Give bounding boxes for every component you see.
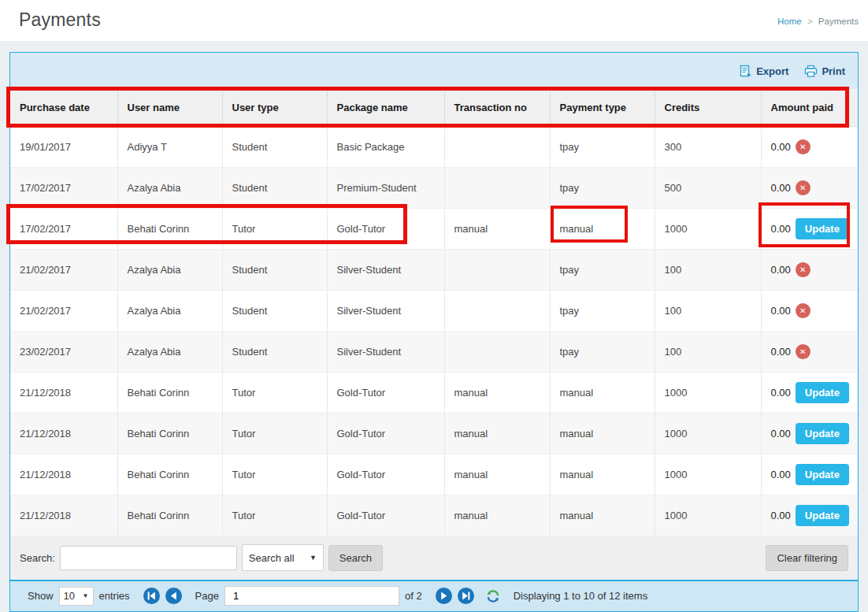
cell-transaction-no (444, 249, 550, 290)
next-page-button[interactable] (436, 588, 452, 604)
cell-payment-type: manual (550, 413, 655, 454)
cell-user-name: Azalya Abia (117, 167, 222, 208)
cell-credits: 100 (655, 290, 761, 331)
table-row: 23/02/2017 Azalya Abia Student Silver-St… (10, 331, 858, 372)
cell-credits: 1000 (655, 208, 761, 249)
chevron-down-icon: ▼ (310, 554, 317, 562)
page-label: Page (195, 590, 219, 602)
cell-credits: 100 (655, 249, 761, 290)
cell-credits: 300 (655, 126, 761, 167)
search-label: Search: (20, 552, 55, 564)
export-icon (739, 65, 752, 78)
cell-purchase-date: 21/02/2017 (10, 249, 117, 290)
previous-page-icon (165, 588, 182, 604)
cell-transaction-no: manual (444, 495, 550, 536)
cell-credits: 1000 (655, 454, 761, 495)
cell-user-type: Tutor (222, 413, 327, 454)
search-field-select[interactable]: Search all ▼ (242, 544, 324, 571)
col-user-name: User name (117, 89, 222, 126)
cell-user-name: Azalya Abia (117, 290, 222, 331)
cell-user-name: Behati Corinn (117, 208, 222, 249)
update-button[interactable]: Update (796, 464, 849, 485)
failed-payment-icon[interactable]: ✕ (796, 180, 811, 195)
page-size-value: 10 (64, 590, 75, 602)
cell-package-name: Silver-Student (327, 290, 444, 331)
failed-payment-icon[interactable]: ✕ (796, 344, 811, 359)
print-label: Print (822, 65, 845, 77)
search-field-select-value: Search all (249, 552, 295, 564)
cell-transaction-no: manual (444, 454, 550, 495)
table-row: 21/02/2017 Azalya Abia Student Silver-St… (10, 249, 858, 290)
table-row: 21/12/2018 Behati Corinn Tutor Gold-Tuto… (10, 413, 858, 454)
col-package-name: Package name (327, 89, 444, 126)
search-input[interactable] (60, 546, 237, 570)
cell-package-name: Gold-Tutor (327, 413, 444, 454)
cell-purchase-date: 23/02/2017 (10, 331, 117, 372)
cell-user-name: Azalya Abia (117, 249, 222, 290)
cell-package-name: Gold-Tutor (327, 454, 444, 495)
cell-purchase-date: 21/12/2018 (10, 372, 117, 413)
chevron-down-icon: ▼ (83, 592, 89, 599)
breadcrumb-home-link[interactable]: Home (777, 17, 802, 26)
update-button[interactable]: Update (796, 382, 849, 403)
page-number-input[interactable] (224, 586, 399, 606)
print-button[interactable]: Print (804, 65, 845, 78)
last-page-button[interactable] (458, 588, 474, 604)
displaying-status: Displaying 1 to 10 of 12 items (514, 590, 648, 602)
cell-package-name: Gold-Tutor (327, 208, 444, 249)
cell-purchase-date: 21/12/2018 (10, 495, 117, 536)
cell-credits: 100 (655, 331, 761, 372)
update-button[interactable]: Update (796, 423, 849, 444)
first-page-button[interactable] (143, 588, 160, 604)
cell-payment-type: manual (550, 495, 655, 536)
table-row: 19/01/2017 Adiyya T Student Basic Packag… (10, 126, 858, 167)
col-purchase-date: Purchase date (10, 89, 117, 126)
cell-credits: 1000 (655, 495, 761, 536)
update-button[interactable]: Update (796, 505, 849, 526)
amount-value: 0.00 (771, 428, 791, 440)
cell-purchase-date: 21/12/2018 (10, 413, 117, 454)
cell-transaction-no (444, 126, 550, 167)
amount-value: 0.00 (771, 346, 791, 358)
cell-user-type: Student (222, 249, 327, 290)
cell-transaction-no: manual (444, 413, 550, 454)
previous-page-button[interactable] (165, 588, 182, 604)
refresh-button[interactable] (486, 589, 500, 603)
cell-transaction-no: manual (444, 372, 550, 413)
col-amount-paid: Amount paid (761, 89, 858, 126)
cell-amount-paid: 0.00 ✕ (761, 290, 858, 331)
failed-payment-icon[interactable]: ✕ (796, 139, 811, 154)
page-count-label: of 2 (405, 590, 422, 602)
failed-payment-icon[interactable]: ✕ (796, 262, 811, 277)
clear-filtering-button[interactable]: Clear filtering (766, 545, 848, 571)
export-button[interactable]: Export (739, 65, 788, 78)
cell-amount-paid: 0.00 ✕ (761, 126, 858, 167)
cell-user-type: Tutor (222, 495, 327, 536)
table-row: 17/02/2017 Azalya Abia Student Premium-S… (10, 167, 858, 208)
payments-table: Purchase date User name User type Packag… (10, 89, 858, 536)
cell-payment-type: manual (550, 208, 655, 249)
table-row: 21/02/2017 Azalya Abia Student Silver-St… (10, 290, 858, 331)
page-size-select[interactable]: 10 ▼ (59, 587, 94, 606)
cell-user-type: Tutor (222, 372, 327, 413)
table-row: 21/12/2018 Behati Corinn Tutor Gold-Tuto… (10, 495, 858, 536)
col-transaction-no: Transaction no (444, 89, 550, 126)
cell-payment-type: manual (550, 454, 655, 495)
cell-payment-type: tpay (550, 331, 655, 372)
page-title: Payments (19, 9, 101, 31)
cell-payment-type: tpay (550, 126, 655, 167)
cell-amount-paid: 0.00 Update (761, 413, 858, 454)
cell-user-name: Behati Corinn (117, 372, 222, 413)
cell-purchase-date: 21/12/2018 (10, 454, 117, 495)
cell-user-type: Tutor (222, 208, 327, 249)
amount-value: 0.00 (771, 223, 791, 235)
search-button[interactable]: Search (328, 545, 383, 571)
cell-package-name: Gold-Tutor (327, 495, 444, 536)
update-button[interactable]: Update (796, 218, 849, 239)
cell-credits: 1000 (655, 413, 761, 454)
cell-package-name: Silver-Student (327, 331, 444, 372)
top-bar: Payments Home > Payments (0, 0, 868, 41)
cell-user-type: Student (222, 290, 327, 331)
failed-payment-icon[interactable]: ✕ (796, 303, 811, 318)
cell-amount-paid: 0.00 ✕ (761, 249, 858, 290)
